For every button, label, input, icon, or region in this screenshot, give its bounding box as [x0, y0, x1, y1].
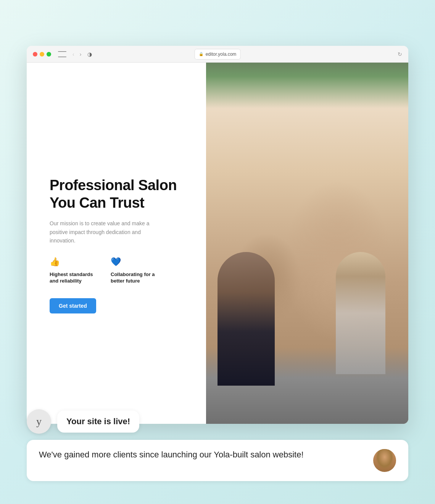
traffic-lights	[33, 52, 51, 57]
shield-icon: ◑	[87, 51, 92, 57]
chat-notification: y Your site is live!	[27, 409, 408, 434]
salon-image	[206, 63, 408, 424]
hero-description: Our mission is to create value and make …	[50, 219, 156, 245]
browser-nav: ‹ ›	[71, 50, 83, 58]
content-left: Professional Salon You Can Trust Our mis…	[27, 63, 206, 424]
yola-avatar: y	[27, 409, 51, 434]
feature-item-collaborating: 💙 Collaborating for a better future	[111, 257, 156, 284]
maximize-button[interactable]	[47, 52, 51, 57]
url-text: editor.yola.com	[206, 52, 237, 57]
reload-button[interactable]: ↻	[398, 51, 402, 57]
close-button[interactable]	[33, 52, 37, 57]
feature-item-standards: 👍 Highest standards and reliability	[50, 257, 95, 284]
forward-arrow[interactable]: ›	[78, 50, 83, 58]
browser-toolbar: ‹ › ◑ 🔒 editor.yola.com ↻	[27, 46, 408, 63]
testimonial-bubble: We've gained more clients since launchin…	[27, 440, 408, 481]
sidebar-icon[interactable]	[58, 51, 66, 57]
feature-label-collaborating: Collaborating for a better future	[111, 271, 156, 284]
chat-area: y Your site is live! We've gained more c…	[27, 409, 408, 481]
yola-avatar-letter: y	[36, 415, 42, 428]
minimize-button[interactable]	[40, 52, 44, 57]
back-arrow[interactable]: ‹	[71, 50, 76, 58]
plant-overlay	[206, 63, 408, 108]
user-avatar-inner	[373, 449, 396, 472]
lock-icon: 🔒	[199, 52, 203, 56]
user-avatar	[373, 449, 396, 472]
thumbs-up-icon: 👍	[50, 257, 95, 267]
notification-text: Your site is live!	[66, 417, 130, 426]
get-started-button[interactable]: Get started	[50, 298, 96, 313]
content-right	[206, 63, 408, 424]
hero-title: Professional Salon You Can Trust	[50, 177, 187, 212]
person-left	[218, 252, 275, 386]
heart-icon: 💙	[111, 257, 156, 267]
address-bar[interactable]: 🔒 editor.yola.com	[195, 49, 241, 60]
features-row: 👍 Highest standards and reliability 💙 Co…	[50, 257, 187, 284]
notification-bubble: Your site is live!	[57, 410, 139, 433]
browser-content: Professional Salon You Can Trust Our mis…	[27, 63, 408, 424]
browser-window: ‹ › ◑ 🔒 editor.yola.com ↻ Professional S…	[27, 46, 408, 424]
person-right	[336, 252, 385, 374]
feature-label-standards: Highest standards and reliability	[50, 271, 95, 284]
testimonial-text: We've gained more clients since launchin…	[39, 449, 366, 461]
